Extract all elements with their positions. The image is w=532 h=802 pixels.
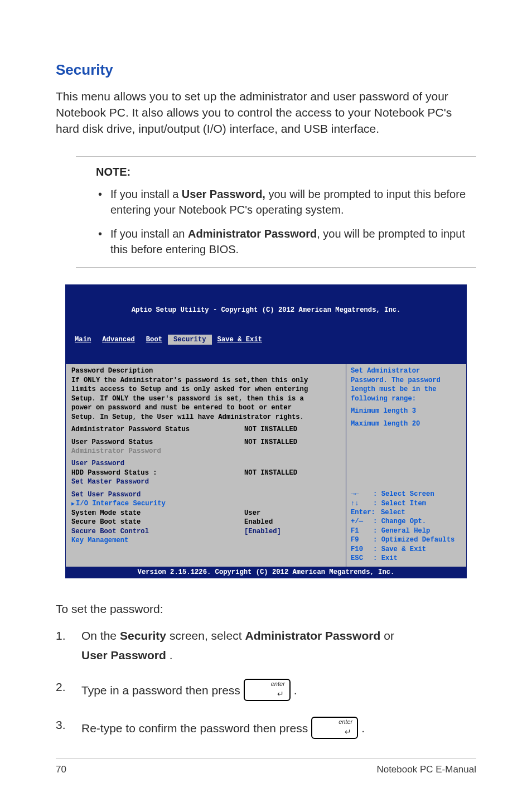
bios-sysmode-value: User <box>244 509 260 518</box>
bios-user-password: User Password <box>71 459 342 468</box>
bios-admin-status-value: NOT INSTALLED <box>244 425 297 434</box>
bios-tab-main: Main <box>69 335 96 345</box>
bios-help-text: Set Administrator <box>351 366 462 375</box>
bios-tabs: Main Advanced Boot Security Save & Exit <box>69 335 463 345</box>
intro-paragraph: This menu allows you to set up the admin… <box>56 89 476 137</box>
bios-tab-save-exit: Save & Exit <box>212 335 268 345</box>
page-number: 70 <box>56 764 66 775</box>
bios-tab-boot: Boot <box>141 335 168 345</box>
note-item: If you install a User Password, you will… <box>110 186 476 218</box>
step-2: 2. Type in a password then press enter . <box>56 679 476 701</box>
bios-user-status-value: NOT INSTALLED <box>244 438 297 447</box>
instructions-lead: To set the password: <box>56 601 476 617</box>
step-1: 1. On the Security screen, select Admini… <box>56 627 476 664</box>
bios-hdd-status-value: NOT INSTALLED <box>244 468 297 477</box>
bios-set-master: Set Master Password <box>71 477 342 486</box>
bios-user-status-label: User Password Status <box>71 438 244 447</box>
bios-sysmode-label: System Mode state <box>71 509 244 518</box>
bios-screenshot: Aptio Setup Utility - Copyright (C) 2012… <box>65 284 467 578</box>
bios-secboot-ctrl-label: Secure Boot Control <box>71 527 244 536</box>
enter-key-icon: enter <box>311 717 358 739</box>
bios-pwd-desc-title: Password Description <box>71 366 342 375</box>
section-title: Security <box>56 61 476 79</box>
note-item: If you install an Administrator Password… <box>110 226 476 258</box>
bios-hdd-status-label: HDD Password Status : <box>71 468 244 477</box>
doc-title: Notebook PC E-Manual <box>376 764 476 775</box>
bios-footer: Version 2.15.1226. Copyright (C) 2012 Am… <box>66 567 466 578</box>
note-block: NOTE: If you install a User Password, yo… <box>76 156 476 268</box>
note-label: NOTE: <box>96 166 476 178</box>
step-3: 3. Re-type to confirm the password then … <box>56 717 476 739</box>
bios-key-management: Key Management <box>71 536 342 545</box>
enter-key-icon: enter <box>244 679 291 701</box>
bios-admin-status-label: Administrator Password Status <box>71 425 244 434</box>
bios-header: Aptio Setup Utility - Copyright (C) 2012… <box>69 305 463 316</box>
bios-secboot-ctrl-value: [Enabled] <box>244 527 281 536</box>
bios-admin-password: Administrator Password <box>71 447 342 456</box>
bios-set-user: Set User Password <box>71 490 342 499</box>
bios-secboot-state-value: Enabled <box>244 518 273 526</box>
page-footer: 70 Notebook PC E-Manual <box>56 758 476 775</box>
bios-io-security: I/O Interface Security <box>71 499 342 508</box>
bios-tab-advanced: Advanced <box>96 335 141 345</box>
bios-tab-security: Security <box>168 335 212 345</box>
bios-pwd-desc-text: If ONLY the Administrator's password is … <box>71 376 311 422</box>
bios-secboot-state-label: Secure Boot state <box>71 518 244 526</box>
